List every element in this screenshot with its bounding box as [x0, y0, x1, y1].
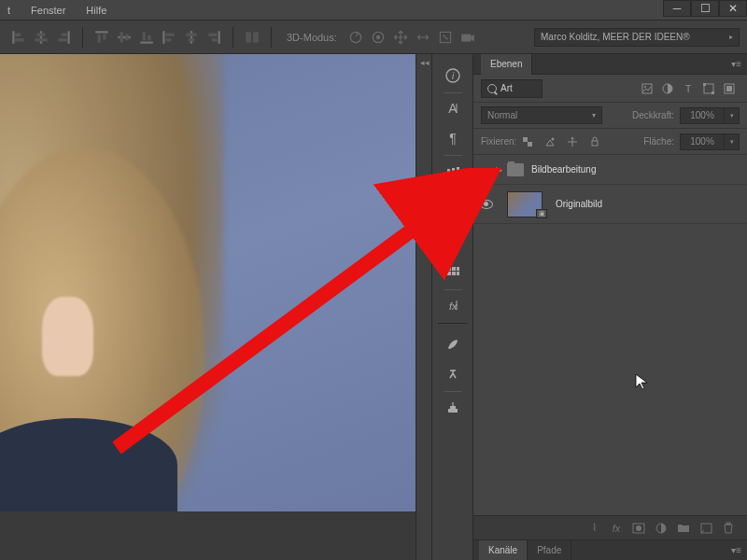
brush-presets-icon[interactable]	[438, 157, 468, 185]
auto-align-icon[interactable]	[244, 29, 261, 46]
close-button[interactable]: ✕	[719, 0, 747, 17]
svg-rect-11	[103, 34, 106, 39]
3d-scale-icon[interactable]	[437, 29, 454, 46]
svg-rect-18	[162, 31, 164, 44]
layers-panel-header: Ebenen ▾≡	[473, 54, 747, 75]
svg-rect-65	[712, 91, 714, 94]
svg-rect-68	[523, 137, 528, 142]
svg-rect-59	[642, 84, 652, 93]
color-icon[interactable]	[438, 229, 468, 257]
svg-rect-4	[37, 33, 46, 35]
svg-rect-69	[528, 142, 532, 147]
visibility-toggle[interactable]	[477, 200, 496, 209]
align-left-edges-icon[interactable]	[10, 29, 27, 46]
layer-mask-icon[interactable]	[628, 520, 649, 537]
styles-icon[interactable]: fx	[438, 291, 468, 319]
filter-type-dropdown[interactable]: Art	[481, 79, 543, 98]
lock-image-icon[interactable]	[543, 134, 557, 149]
fill-dropdown-arrow[interactable]: ▾	[725, 133, 740, 150]
lock-all-icon[interactable]	[587, 134, 602, 149]
document-canvas[interactable]	[0, 54, 416, 511]
filter-type-text-icon[interactable]: T	[680, 80, 697, 97]
svg-rect-28	[253, 32, 259, 42]
history-icon[interactable]	[438, 196, 468, 224]
lock-position-icon[interactable]	[565, 134, 580, 149]
expand-arrow-icon[interactable]: ▶	[496, 165, 507, 175]
svg-point-73	[636, 525, 641, 531]
paragraph-icon[interactable]: ¶	[438, 124, 468, 152]
lock-transparent-icon[interactable]	[520, 134, 535, 149]
distribute-right-icon[interactable]	[205, 29, 222, 46]
layer-fx-icon[interactable]: fx	[606, 520, 627, 537]
collapse-icon: ◂◂	[420, 58, 430, 67]
new-group-icon[interactable]	[673, 520, 694, 537]
3d-slide-icon[interactable]	[415, 29, 431, 46]
3d-rotate-icon[interactable]	[347, 29, 364, 46]
layer-group-row[interactable]: ▶ Bildbearbeitung	[473, 155, 747, 185]
3d-roll-icon[interactable]	[370, 29, 387, 46]
info-icon[interactable]: i	[438, 62, 468, 90]
paths-tab[interactable]: Pfade	[528, 540, 571, 561]
layer-name[interactable]: Bildbearbeitung	[531, 164, 597, 175]
blend-mode-value: Normal	[487, 110, 517, 120]
menu-item-hilfe[interactable]: Hilfe	[86, 5, 106, 16]
align-centers-icon[interactable]	[33, 29, 49, 46]
panel-menu-icon[interactable]: ▾≡	[731, 59, 741, 69]
delete-layer-icon[interactable]	[718, 520, 739, 537]
layers-tab[interactable]: Ebenen	[481, 54, 532, 75]
fill-value[interactable]: 100%	[680, 133, 725, 150]
actions-icon[interactable]	[438, 393, 468, 421]
blend-mode-dropdown[interactable]: Normal ▾	[481, 106, 602, 124]
chevron-updown-icon: ▸	[729, 33, 733, 41]
svg-rect-12	[118, 35, 131, 37]
svg-rect-13	[120, 32, 123, 42]
filter-shape-icon[interactable]	[700, 80, 717, 97]
filter-smart-icon[interactable]	[721, 80, 738, 97]
3d-mode-label: 3D-Modus:	[287, 32, 337, 43]
menu-item-partial[interactable]: t	[7, 5, 10, 16]
svg-rect-1	[15, 33, 21, 35]
svg-rect-53	[452, 272, 456, 275]
layer-name[interactable]: Originalbild	[556, 199, 602, 209]
distribute-left-icon[interactable]	[161, 29, 177, 46]
svg-rect-19	[166, 33, 175, 35]
3d-pan-icon[interactable]	[392, 29, 409, 46]
layer-row[interactable]: ▣ Originalbild	[473, 185, 747, 224]
link-layers-icon[interactable]: ⌇	[584, 520, 604, 537]
distribute-h-centers-icon[interactable]	[183, 29, 200, 46]
swatches-icon[interactable]	[438, 259, 468, 287]
distribute-top-icon[interactable]	[93, 29, 110, 46]
eye-icon	[480, 200, 493, 209]
layer-thumbnail[interactable]: ▣	[507, 191, 543, 217]
canvas-area	[0, 54, 416, 560]
opacity-dropdown-arrow[interactable]: ▾	[725, 107, 740, 124]
layers-bottom-bar: ⌇ fx	[473, 515, 747, 539]
svg-rect-40	[452, 168, 455, 174]
svg-rect-57	[448, 409, 458, 413]
filter-adjustment-icon[interactable]	[659, 80, 676, 97]
filter-pixel-icon[interactable]	[639, 80, 655, 97]
svg-rect-39	[447, 169, 450, 173]
distribute-bottom-icon[interactable]	[138, 29, 155, 46]
bottom-tabs: Kanäle Pfade ▾≡	[473, 539, 747, 560]
workspace-selector[interactable]: Marco Kolditz, MEER DER IDEEN® ▸	[534, 28, 740, 47]
3d-camera-icon[interactable]	[459, 29, 476, 46]
maximize-button[interactable]: ☐	[691, 0, 719, 17]
adjustment-layer-icon[interactable]	[651, 520, 671, 537]
new-layer-icon[interactable]	[696, 520, 716, 537]
opacity-value[interactable]: 100%	[680, 107, 725, 124]
minimize-button[interactable]: ─	[663, 0, 691, 17]
clone-source-icon[interactable]	[438, 360, 468, 388]
svg-text:T: T	[685, 83, 692, 94]
menu-item-fenster[interactable]: Fenster	[31, 5, 65, 16]
panel-menu-icon[interactable]: ▾≡	[731, 545, 741, 555]
distribute-v-centers-icon[interactable]	[116, 29, 133, 46]
character-icon[interactable]: A	[438, 94, 468, 122]
panel-collapse-strip[interactable]: ◂◂	[416, 54, 432, 560]
brush-icon[interactable]	[438, 330, 468, 358]
channels-tab[interactable]: Kanäle	[479, 540, 528, 561]
svg-rect-8	[58, 38, 67, 41]
svg-rect-14	[125, 34, 128, 40]
svg-rect-54	[457, 272, 459, 275]
align-right-edges-icon[interactable]	[55, 29, 72, 46]
